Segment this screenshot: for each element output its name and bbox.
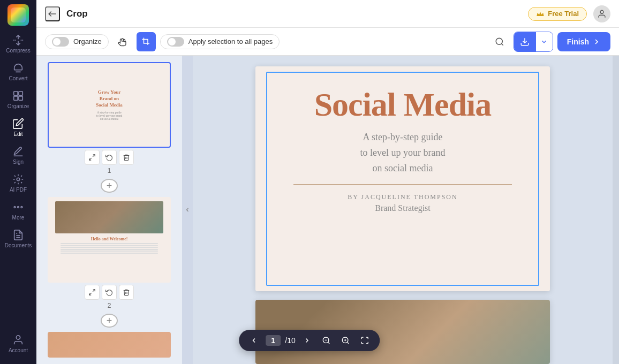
sidebar-documents-label: Documents	[5, 242, 32, 248]
finish-label: Finish	[567, 37, 589, 46]
pagination-bar: 1 /10	[239, 330, 380, 351]
organize-label: Organize	[73, 37, 102, 46]
page-total: /10	[285, 336, 295, 345]
download-group	[514, 32, 553, 52]
next-page-button[interactable]	[300, 333, 315, 348]
crown-icon	[536, 10, 545, 18]
svg-rect-3	[19, 96, 22, 100]
svg-line-14	[93, 155, 95, 157]
page-guide-text: A step-by-step guide to level up your br…	[360, 130, 446, 176]
sidebar-item-account[interactable]: Account	[0, 330, 36, 358]
thumb-2-image	[55, 201, 163, 233]
svg-point-13	[496, 38, 502, 44]
page-author: BY JACQUELINE THOMPSON	[348, 193, 457, 201]
download-button[interactable]	[514, 32, 535, 51]
svg-point-8	[21, 207, 22, 208]
zoom-out-button[interactable]	[319, 333, 334, 348]
free-trial-button[interactable]: Free Trial	[528, 7, 587, 21]
svg-rect-0	[14, 92, 18, 95]
apply-all-switch[interactable]	[167, 37, 184, 47]
svg-point-6	[14, 207, 16, 208]
page-social-title: Social Media	[314, 88, 492, 121]
sidebar-item-convert[interactable]: Convert	[0, 58, 36, 86]
sidebar-item-sign[interactable]: Sign	[0, 141, 36, 169]
thumb-1-subtitle: A step-by-step guideto level up your bra…	[96, 111, 123, 120]
svg-point-11	[16, 336, 20, 339]
guide-line2: to level up your brand	[360, 147, 446, 158]
thumb-1-delete-button[interactable]	[119, 150, 134, 165]
svg-rect-1	[19, 92, 22, 95]
page-current: 1	[266, 335, 281, 346]
svg-point-7	[18, 207, 19, 208]
main-content: Crop Free Trial Organize	[36, 0, 619, 364]
guide-line1: A step-by-step guide	[363, 132, 443, 142]
crop-tool-button[interactable]	[137, 32, 156, 51]
apply-all-toggle[interactable]: Apply selection to all pages	[160, 34, 280, 49]
thumb-container-1: Grow YourBrand onSocial Media A step-by-…	[48, 62, 171, 175]
search-button[interactable]	[490, 32, 509, 51]
sidebar-more-label: More	[12, 215, 25, 221]
working-area: Grow YourBrand onSocial Media A step-by-…	[36, 56, 619, 364]
sidebar-item-organize[interactable]: Organize	[0, 86, 36, 113]
thumbnail-3-partial[interactable]	[48, 332, 171, 358]
page-canvas-1: Social Media A step-by-step guide to lev…	[255, 66, 550, 291]
page-title: Crop	[66, 9, 522, 19]
thumb-1-rotate-button[interactable]	[102, 150, 117, 165]
organize-toggle[interactable]: Organize	[45, 34, 109, 49]
svg-point-12	[600, 10, 603, 13]
panel-collapse-handle[interactable]	[182, 56, 193, 364]
sidebar-compress-label: Compress	[6, 48, 31, 54]
right-scrollbar	[613, 56, 619, 364]
user-avatar[interactable]	[593, 5, 610, 22]
thumbnail-1[interactable]: Grow YourBrand onSocial Media A step-by-…	[48, 62, 171, 148]
thumb-1-number: 1	[108, 167, 111, 175]
hand-tool-button[interactable]	[113, 32, 132, 51]
page-divider	[293, 184, 512, 185]
thumb-2-expand-button[interactable]	[85, 285, 100, 300]
thumbnail-2[interactable]: Hello and Welcome!	[48, 197, 171, 283]
prev-page-button[interactable]	[246, 333, 261, 348]
sidebar-convert-label: Convert	[9, 75, 27, 81]
sidebar-item-ai-pdf[interactable]: AI PDF	[0, 169, 36, 197]
download-dropdown-button[interactable]	[535, 32, 553, 51]
organize-toggle-switch[interactable]	[52, 37, 69, 47]
sidebar-item-documents[interactable]: Documents	[0, 225, 36, 253]
guide-line3: on social media	[373, 163, 433, 173]
svg-line-16	[93, 290, 95, 292]
sidebar-item-more[interactable]: More	[0, 197, 36, 225]
sidebar: Compress Convert Organize Edit Sign	[0, 0, 36, 364]
page-author-role: Brand Strategist	[375, 203, 431, 213]
free-trial-label: Free Trial	[548, 10, 579, 18]
thumb-container-2: Hello and Welcome!	[48, 197, 171, 309]
app-logo[interactable]	[7, 4, 29, 26]
thumb-1-title: Grow YourBrand onSocial Media	[96, 89, 123, 108]
thumb-2-lines	[61, 243, 158, 254]
toolbar: Organize Apply selection to all pages	[36, 28, 619, 56]
thumb-2-hello: Hello and Welcome!	[91, 237, 128, 241]
svg-rect-2	[14, 96, 18, 100]
sidebar-sign-label: Sign	[13, 159, 24, 165]
fit-page-button[interactable]	[358, 333, 373, 348]
sidebar-item-edit[interactable]: Edit	[0, 113, 36, 141]
canvas-area: Social Media A step-by-step guide to lev…	[193, 56, 613, 364]
add-page-button-2[interactable]: +	[101, 314, 118, 328]
thumb-2-number: 2	[108, 302, 111, 309]
back-button[interactable]	[45, 6, 60, 21]
thumb-1-expand-button[interactable]	[85, 150, 100, 165]
svg-line-15	[89, 158, 92, 160]
thumb-2-delete-button[interactable]	[119, 285, 134, 300]
finish-button[interactable]: Finish	[557, 32, 610, 51]
sidebar-item-compress[interactable]: Compress	[0, 30, 36, 58]
thumb-1-actions	[85, 150, 134, 165]
thumb-2-actions	[85, 285, 134, 300]
sidebar-organize-label: Organize	[7, 103, 29, 109]
thumb-2-rotate-button[interactable]	[102, 285, 117, 300]
apply-all-label: Apply selection to all pages	[188, 37, 273, 46]
thumbnail-panel: Grow YourBrand onSocial Media A step-by-…	[36, 56, 182, 364]
svg-line-20	[328, 342, 330, 344]
zoom-in-button[interactable]	[338, 333, 353, 348]
add-page-button-1[interactable]: +	[101, 179, 118, 193]
svg-point-5	[17, 178, 20, 181]
sidebar-edit-label: Edit	[13, 131, 22, 137]
sidebar-aipdf-label: AI PDF	[10, 187, 27, 193]
